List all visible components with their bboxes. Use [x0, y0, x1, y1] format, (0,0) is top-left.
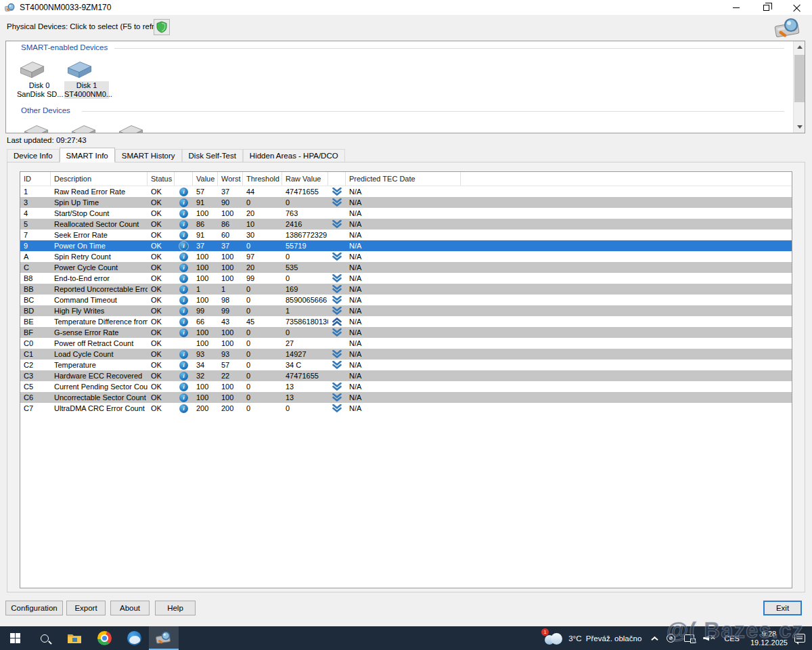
other-device-icon[interactable] [116, 123, 145, 133]
column-header-worst[interactable]: Worst [218, 172, 243, 186]
tray-overflow-chevron-icon[interactable] [651, 636, 658, 641]
tab-disk-self-test[interactable]: Disk Self-Test [182, 149, 243, 162]
close-button[interactable] [782, 0, 812, 15]
cell-info[interactable]: i [175, 240, 193, 251]
column-header-threshold[interactable]: Threshold [243, 172, 282, 186]
table-row-C6[interactable]: C6Uncorrectable Sector CountOKi100100013… [20, 392, 792, 403]
table-row-BB[interactable]: BBReported Uncorrectable ErrorsOKi110169… [20, 284, 792, 295]
table-row-BD[interactable]: BDHigh Fly WritesOKi999901 N/A [20, 305, 792, 316]
restore-button[interactable] [751, 0, 782, 15]
info-icon[interactable]: i [179, 263, 188, 272]
column-header-predicted-tec-date[interactable]: Predicted TEC Date [346, 172, 461, 186]
thunderbird-button[interactable] [119, 626, 149, 650]
device-item-disk-1[interactable]: Disk 1ST4000NM0... [64, 59, 109, 99]
info-icon[interactable]: i [179, 328, 188, 337]
info-icon[interactable]: i [179, 253, 188, 261]
table-row-BE[interactable]: BETemperature Difference from 100OKi6643… [20, 316, 792, 327]
info-icon[interactable]: i [179, 296, 188, 305]
info-icon[interactable]: i [179, 307, 188, 316]
info-icon[interactable]: i [179, 274, 188, 283]
info-icon[interactable]: i [179, 318, 188, 326]
info-icon[interactable]: i [179, 404, 188, 413]
cell-info[interactable]: i [175, 327, 193, 338]
info-icon[interactable]: i [179, 220, 188, 229]
info-icon[interactable]: i [179, 383, 188, 391]
start-button[interactable] [0, 626, 30, 650]
configuration-button[interactable]: Configuration [5, 601, 63, 615]
cell-info[interactable]: i [175, 197, 193, 208]
cell-info[interactable]: i [175, 381, 193, 392]
cell-info[interactable]: i [175, 316, 193, 327]
cell-info[interactable]: i [175, 370, 193, 381]
taskbar-weather-widget[interactable]: 1 3°C Převáž. oblačno [543, 632, 641, 645]
table-row-9[interactable]: 9Power On TimeOKi3737055719N/A [20, 240, 792, 251]
info-icon[interactable]: i [179, 242, 188, 251]
cell-info[interactable]: i [175, 392, 193, 403]
table-row-C1[interactable]: C1Load Cycle CountOKi9393014927 N/A [20, 349, 792, 360]
title-bar[interactable]: ST4000NM0033-9ZM170 [0, 0, 812, 15]
cell-info[interactable]: i [175, 219, 193, 230]
column-header-value[interactable]: Value [193, 172, 218, 186]
refresh-shield-button[interactable] [154, 19, 170, 35]
table-row-B8[interactable]: B8End-to-End errorOKi100100990 N/A [20, 273, 792, 284]
column-header-raw-value[interactable]: Raw Value [282, 172, 328, 186]
tab-smart-info[interactable]: SMART Info [60, 148, 115, 162]
cell-info[interactable] [175, 338, 193, 349]
info-icon[interactable]: i [179, 198, 188, 207]
info-icon[interactable]: i [179, 372, 188, 381]
devices-scrollbar[interactable] [793, 41, 805, 133]
table-row-C0[interactable]: C0Power off Retract CountOK100100027N/A [20, 338, 792, 349]
cell-info[interactable]: i [175, 305, 193, 316]
cell-info[interactable]: i [175, 262, 193, 273]
column-header-id[interactable]: ID [20, 172, 51, 186]
scroll-up-icon[interactable] [794, 41, 805, 53]
table-row-C5[interactable]: C5Current Pending Sector CountOKi1001000… [20, 381, 792, 392]
export-button[interactable]: Export [66, 601, 106, 615]
table-row-1[interactable]: 1Raw Read Error RateOKi57374447471655 N/… [20, 186, 792, 197]
about-button[interactable]: About [110, 601, 150, 615]
table-row-C7[interactable]: C7UltraDMA CRC Error CountOKi20020000 N/… [20, 403, 792, 414]
table-row-BC[interactable]: BCCommand TimeoutOKi1009808590065666 N/A [20, 295, 792, 305]
info-icon[interactable]: i [179, 361, 188, 370]
table-row-4[interactable]: 4Start/Stop CountOKi10010020763N/A [20, 208, 792, 219]
info-icon[interactable]: i [179, 188, 188, 196]
smart-app-taskbar-button[interactable] [149, 626, 179, 650]
cell-info[interactable]: i [175, 349, 193, 360]
scrollbar-thumb[interactable] [794, 55, 805, 102]
cell-info[interactable]: i [175, 284, 193, 295]
info-icon[interactable]: i [179, 209, 188, 218]
scroll-down-icon[interactable] [794, 121, 805, 133]
column-header-icon[interactable] [175, 172, 193, 186]
minimize-button[interactable] [721, 0, 751, 15]
table-row-7[interactable]: 7Seek Error RateOKi9160301386772329N/A [20, 230, 792, 240]
cell-info[interactable]: i [175, 186, 193, 197]
cell-info[interactable]: i [175, 251, 193, 262]
info-icon[interactable]: i [179, 393, 188, 402]
column-header-description[interactable]: Description [51, 172, 148, 186]
exit-button[interactable]: Exit [763, 601, 802, 615]
table-row-BF[interactable]: BFG-sense Error RateOKi10010000 N/A [20, 327, 792, 338]
app-magnifier-logo-icon[interactable] [773, 16, 803, 41]
table-row-5[interactable]: 5Reallocated Sector CountOKi8686102416 N… [20, 219, 792, 230]
cell-info[interactable]: i [175, 230, 193, 240]
column-header-status[interactable]: Status [148, 172, 175, 186]
tab-smart-history[interactable]: SMART History [115, 149, 182, 162]
cell-info[interactable]: i [175, 273, 193, 284]
tab-device-info[interactable]: Device Info [7, 149, 60, 162]
other-device-icon[interactable] [21, 123, 51, 133]
column-header-icon[interactable] [328, 172, 346, 186]
chrome-button[interactable] [89, 626, 119, 650]
info-icon[interactable]: i [179, 350, 188, 359]
cell-info[interactable]: i [175, 403, 193, 414]
help-button[interactable]: Help [155, 601, 196, 615]
table-row-C3[interactable]: C3Hardware ECC RecoveredOKi3222047471655… [20, 370, 792, 381]
table-row-3[interactable]: 3Spin Up TimeOKi919000 N/A [20, 197, 792, 208]
cell-info[interactable]: i [175, 360, 193, 370]
taskbar-search-button[interactable] [30, 626, 60, 650]
file-explorer-button[interactable] [60, 626, 89, 650]
table-row-C2[interactable]: C2TemperatureOKi3457034 C N/A [20, 360, 792, 370]
tab-hidden-areas-hpa-dco[interactable]: Hidden Areas - HPA/DCO [243, 149, 345, 162]
table-row-C[interactable]: CPower Cycle CountOKi10010020535N/A [20, 262, 792, 273]
device-item-disk-0[interactable]: Disk 0SanDisk SD... [17, 59, 62, 99]
cell-info[interactable]: i [175, 295, 193, 305]
